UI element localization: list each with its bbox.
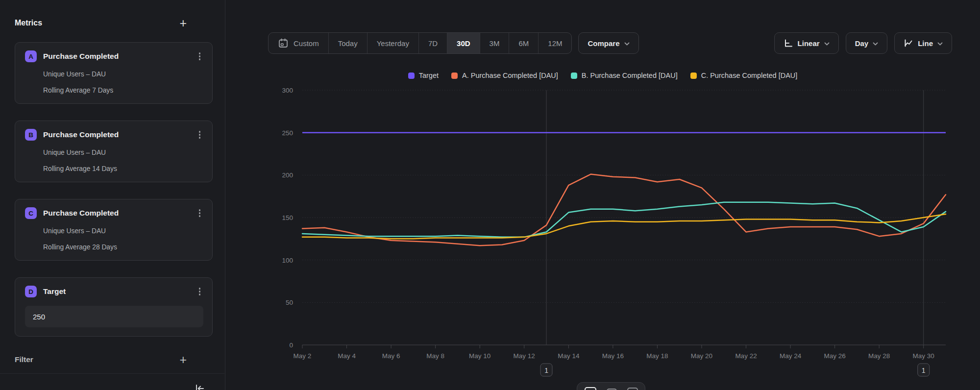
kebab-menu-icon[interactable] bbox=[196, 129, 204, 141]
target-value-input[interactable] bbox=[25, 306, 203, 327]
metric-measure: Unique Users – DAU bbox=[43, 226, 203, 236]
target-title: Target bbox=[43, 287, 196, 296]
svg-text:May 14: May 14 bbox=[558, 352, 580, 360]
add-filter-button[interactable]: + bbox=[177, 354, 189, 365]
svg-text:May 18: May 18 bbox=[646, 352, 668, 360]
add-metric-button[interactable]: + bbox=[177, 18, 189, 28]
collapse-left-icon bbox=[195, 383, 205, 390]
metric-card-a[interactable]: A Purchase Completed Unique Users – DAU … bbox=[15, 42, 213, 104]
svg-text:May 30: May 30 bbox=[913, 352, 934, 360]
svg-text:May 6: May 6 bbox=[382, 352, 400, 360]
scale-dropdown[interactable]: Linear bbox=[774, 32, 839, 54]
kebab-menu-icon[interactable] bbox=[196, 207, 204, 219]
svg-text:May 26: May 26 bbox=[824, 352, 845, 360]
sidebar-divider bbox=[0, 373, 224, 374]
metric-badge-d: D bbox=[25, 286, 37, 297]
date-range-3m[interactable]: 3M bbox=[480, 33, 509, 53]
date-range-12m[interactable]: 12M bbox=[538, 33, 571, 53]
legend-swatch bbox=[571, 73, 577, 79]
date-range-7d[interactable]: 7D bbox=[418, 33, 447, 53]
metric-window: Rolling Average 7 Days bbox=[43, 86, 203, 96]
svg-text:May 12: May 12 bbox=[514, 352, 535, 360]
svg-text:300: 300 bbox=[282, 87, 293, 94]
legend-item-b[interactable]: B. Purchase Completed [DAU] bbox=[571, 72, 678, 79]
metric-window: Rolling Average 28 Days bbox=[43, 243, 203, 252]
metric-title: Purchase Completed bbox=[43, 130, 196, 139]
filter-section: Filter + bbox=[15, 353, 212, 366]
svg-text:50: 50 bbox=[286, 299, 293, 306]
kebab-menu-icon[interactable] bbox=[196, 286, 204, 297]
svg-text:May 22: May 22 bbox=[735, 352, 757, 360]
linear-axis-icon bbox=[784, 38, 793, 48]
date-range-yesterday[interactable]: Yesterday bbox=[367, 33, 418, 53]
svg-text:150: 150 bbox=[282, 214, 293, 221]
annotation-badge[interactable]: 1 bbox=[918, 364, 930, 376]
legend-item-c[interactable]: C. Purchase Completed [DAU] bbox=[690, 72, 798, 79]
chevron-down-icon bbox=[937, 42, 943, 46]
date-range-6m[interactable]: 6M bbox=[509, 33, 538, 53]
chart-panel: 050100150200250300May 2May 4May 6May 8Ma… bbox=[225, 0, 980, 390]
legend-item-target[interactable]: Target bbox=[408, 72, 439, 79]
metric-badge-a: A bbox=[25, 50, 37, 62]
svg-text:1: 1 bbox=[544, 366, 548, 374]
svg-text:May 20: May 20 bbox=[691, 352, 712, 360]
metric-measure: Unique Users – DAU bbox=[43, 70, 203, 79]
date-range-today[interactable]: Today bbox=[328, 33, 367, 53]
kebab-menu-icon[interactable] bbox=[196, 50, 204, 62]
svg-text:May 4: May 4 bbox=[338, 352, 356, 360]
date-range-custom[interactable]: Custom bbox=[269, 33, 328, 53]
svg-text:May 16: May 16 bbox=[602, 352, 624, 360]
metric-measure: Unique Users – DAU bbox=[43, 148, 203, 158]
metric-card-b[interactable]: B Purchase Completed Unique Users – DAU … bbox=[15, 121, 213, 182]
chevron-down-icon bbox=[824, 42, 830, 46]
line-chart[interactable]: 050100150200250300May 2May 4May 6May 8Ma… bbox=[225, 0, 980, 390]
chart-size-medium-icon[interactable] bbox=[627, 388, 638, 390]
annotation-badge[interactable]: 1 bbox=[540, 364, 552, 376]
metrics-sidebar: Metrics + A Purchase Completed Unique Us… bbox=[0, 0, 225, 390]
svg-text:May 24: May 24 bbox=[780, 352, 802, 360]
chart-legend: Target A. Purchase Completed [DAU] B. Pu… bbox=[225, 72, 980, 79]
svg-text:100: 100 bbox=[282, 257, 293, 264]
chart-size-toggle bbox=[577, 382, 645, 390]
calendar-icon bbox=[278, 38, 289, 49]
svg-text:May 28: May 28 bbox=[868, 352, 890, 360]
chart-toolbar: Custom Today Yesterday 7D 30D 3M 6M 12M … bbox=[225, 32, 980, 54]
metric-badge-b: B bbox=[25, 129, 37, 141]
granularity-dropdown[interactable]: Day bbox=[846, 32, 888, 54]
line-chart-icon bbox=[904, 38, 913, 48]
collapse-sidebar-button[interactable] bbox=[195, 383, 205, 390]
chart-type-dropdown[interactable]: Line bbox=[894, 32, 952, 54]
chevron-down-icon bbox=[873, 42, 878, 46]
metrics-title: Metrics bbox=[15, 19, 42, 27]
compare-dropdown[interactable]: Compare bbox=[578, 32, 638, 54]
svg-text:250: 250 bbox=[282, 129, 293, 137]
legend-item-a[interactable]: A. Purchase Completed [DAU] bbox=[451, 72, 558, 79]
metric-card-c[interactable]: C Purchase Completed Unique Users – DAU … bbox=[15, 199, 213, 261]
legend-swatch bbox=[408, 73, 415, 79]
legend-swatch bbox=[690, 73, 697, 79]
target-card[interactable]: D Target bbox=[15, 277, 213, 337]
date-range-segmented-control: Custom Today Yesterday 7D 30D 3M 6M 12M bbox=[268, 32, 572, 54]
svg-text:May 10: May 10 bbox=[469, 352, 490, 360]
plus-icon: + bbox=[179, 16, 187, 30]
filter-title: Filter bbox=[15, 355, 33, 364]
metric-title: Purchase Completed bbox=[43, 52, 196, 61]
metric-window: Rolling Average 14 Days bbox=[43, 164, 203, 174]
metrics-header: Metrics + bbox=[15, 17, 212, 29]
svg-text:May 8: May 8 bbox=[426, 352, 444, 360]
svg-text:1: 1 bbox=[922, 366, 926, 374]
svg-text:200: 200 bbox=[282, 171, 293, 179]
date-range-30d[interactable]: 30D bbox=[447, 33, 480, 53]
metric-title: Purchase Completed bbox=[43, 209, 196, 218]
svg-text:May 2: May 2 bbox=[294, 352, 312, 360]
plus-icon: + bbox=[179, 353, 187, 366]
metric-badge-c: C bbox=[25, 207, 37, 219]
chart-size-large-icon[interactable] bbox=[585, 387, 596, 390]
svg-text:0: 0 bbox=[289, 341, 293, 349]
legend-swatch bbox=[451, 73, 458, 79]
chevron-down-icon bbox=[624, 42, 630, 46]
